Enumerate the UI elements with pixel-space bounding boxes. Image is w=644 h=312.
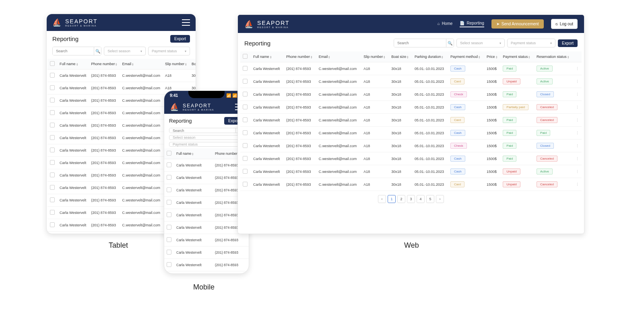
row-actions-icon[interactable]: ⋮	[576, 80, 579, 84]
col-method[interactable]: Payment method▴▾	[448, 51, 484, 62]
status-select[interactable]: Payment status▾	[148, 47, 190, 55]
row-checkbox[interactable]	[167, 237, 171, 242]
row-actions-icon[interactable]: ⋮	[576, 144, 579, 148]
search-input[interactable]: 🔍	[394, 39, 454, 47]
nav-home[interactable]: ⌂Home	[438, 21, 453, 27]
season-select[interactable]: Select season▾	[456, 39, 505, 47]
row-actions-icon[interactable]: ⋮	[576, 131, 579, 135]
select-all-checkbox[interactable]	[50, 61, 55, 66]
row-checkbox[interactable]	[243, 143, 248, 148]
col-phone[interactable]: Phone number▴▾	[284, 51, 316, 62]
row-checkbox[interactable]	[167, 187, 171, 192]
status-select[interactable]: Payment status▾	[169, 142, 244, 147]
select-all-checkbox[interactable]	[167, 151, 171, 156]
nav-reporting[interactable]: 📄Reporting	[460, 21, 484, 27]
cell-name: Carla Westervelt	[174, 184, 213, 197]
row-actions-icon[interactable]: ⋮	[576, 183, 579, 187]
col-price[interactable]: Price▴▾	[484, 51, 500, 62]
cell-price: 1500$	[484, 62, 500, 75]
row-checkbox[interactable]	[50, 98, 55, 103]
row-actions-icon[interactable]: ⋮	[576, 92, 579, 96]
row-checkbox[interactable]	[50, 172, 55, 177]
row-actions-icon[interactable]: ⋮	[576, 170, 579, 174]
row-actions-icon[interactable]: ⋮	[576, 157, 579, 161]
col-slip[interactable]: Slip number▴▾	[163, 59, 189, 70]
season-select[interactable]: Select season▾	[169, 135, 244, 140]
row-checkbox[interactable]	[50, 73, 55, 78]
row-checkbox[interactable]	[50, 222, 55, 227]
row-checkbox[interactable]	[243, 105, 248, 109]
row-checkbox[interactable]	[243, 66, 248, 71]
select-all-checkbox[interactable]	[243, 54, 248, 59]
season-select[interactable]: Select season▾	[104, 47, 146, 55]
logout-button[interactable]: ⎋Log out	[551, 19, 578, 29]
row-actions-icon[interactable]: ⋮	[576, 67, 579, 71]
page-prev[interactable]: ‹	[378, 195, 386, 203]
label-mobile: Mobile	[193, 283, 215, 291]
col-name[interactable]: Full name▴▾	[174, 148, 213, 159]
row-checkbox[interactable]	[50, 197, 55, 202]
col-slip[interactable]: Slip number▴▾	[361, 51, 389, 62]
table-row: Carla Westervelt (201) 874-8593 C.wester…	[240, 62, 582, 75]
col-email[interactable]: Email▴▾	[316, 51, 361, 62]
col-name[interactable]: Full name▴▾	[251, 51, 284, 62]
row-checkbox[interactable]	[50, 148, 55, 152]
row-checkbox[interactable]	[50, 110, 55, 115]
row-checkbox[interactable]	[50, 123, 55, 127]
col-phone[interactable]: Phone number▴▾	[89, 59, 120, 70]
cell-email: C.westervelt@mail.com	[120, 169, 163, 182]
row-checkbox[interactable]	[167, 175, 171, 180]
cell-price: 1500$	[484, 75, 500, 88]
col-email[interactable]: Email▴▾	[120, 59, 163, 70]
col-name[interactable]: Full name▴▾	[57, 59, 89, 70]
page-2[interactable]: 2	[397, 195, 405, 203]
menu-icon[interactable]	[182, 19, 190, 26]
row-checkbox[interactable]	[167, 262, 171, 267]
page-3[interactable]: 3	[407, 195, 415, 203]
page-5[interactable]: 5	[426, 195, 434, 203]
export-button[interactable]: Export	[170, 35, 190, 43]
col-boat[interactable]: Boat size▴▾	[389, 51, 412, 62]
row-checkbox[interactable]	[50, 135, 55, 140]
row-checkbox[interactable]	[243, 92, 248, 96]
chevron-down-icon: ▾	[185, 49, 186, 53]
cell-price: 1500$	[484, 101, 500, 114]
col-boat[interactable]: Boat size▴▾	[189, 59, 196, 70]
row-checkbox[interactable]	[50, 185, 55, 190]
col-parking[interactable]: Parking duration▴▾	[412, 51, 448, 62]
row-actions-icon[interactable]: ⋮	[576, 118, 579, 122]
search-icon[interactable]: 🔍	[94, 47, 101, 55]
cell-method: Card	[448, 114, 484, 127]
col-pstatus[interactable]: Payment status▴▾	[500, 51, 534, 62]
search-icon[interactable]: 🔍	[446, 39, 454, 47]
row-checkbox[interactable]	[50, 210, 55, 215]
row-checkbox[interactable]	[50, 160, 55, 165]
brand: ⛵ SEAPORT RESORT & MARINA	[170, 103, 214, 111]
row-checkbox[interactable]	[243, 117, 248, 122]
export-button[interactable]: Export	[558, 39, 578, 47]
row-checkbox[interactable]	[167, 225, 171, 230]
page-next[interactable]: ›	[436, 195, 444, 203]
search-input[interactable]: 🔍	[52, 47, 101, 55]
logo-icon: ⛵	[52, 18, 61, 27]
row-checkbox[interactable]	[243, 79, 248, 84]
row-checkbox[interactable]	[243, 156, 248, 161]
row-checkbox[interactable]	[50, 85, 55, 90]
row-checkbox[interactable]	[167, 250, 171, 255]
send-announcement-button[interactable]: ➤Send Announcement	[491, 19, 544, 29]
col-rstatus[interactable]: Reservation status▴▾	[534, 51, 573, 62]
row-checkbox[interactable]	[243, 169, 248, 174]
status-select[interactable]: Payment status▾	[507, 39, 555, 47]
table-row: Carla Westervelt (201) 874-8593	[164, 246, 249, 259]
row-checkbox[interactable]	[243, 182, 248, 187]
search-input[interactable]: 🔍	[169, 128, 244, 133]
cell-method: Check	[448, 88, 484, 101]
row-actions-icon[interactable]: ⋮	[576, 105, 579, 109]
row-checkbox[interactable]	[243, 130, 248, 135]
logo-icon: ⛵	[170, 103, 179, 111]
row-checkbox[interactable]	[167, 212, 171, 217]
row-checkbox[interactable]	[167, 162, 171, 167]
row-checkbox[interactable]	[167, 200, 171, 205]
page-4[interactable]: 4	[417, 195, 425, 203]
page-1[interactable]: 1	[388, 195, 396, 203]
